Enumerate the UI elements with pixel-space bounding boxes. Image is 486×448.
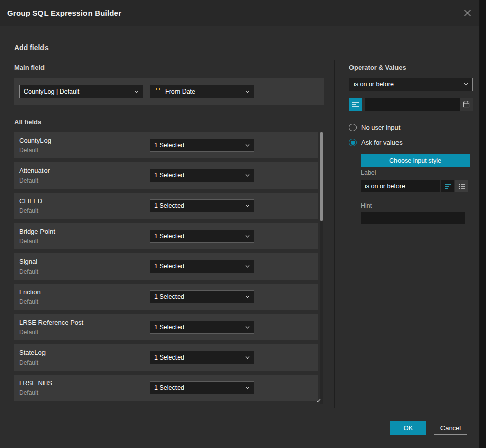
chevron-down-icon [134,90,139,93]
hint-caption: Hint [361,202,372,209]
field-subtitle: Default [19,238,38,245]
hint-input[interactable] [361,212,465,224]
field-row: Signal Default 1 Selected [14,253,318,280]
field-row: CountyLog Default 1 Selected [14,132,318,158]
field-subtitle: Default [19,359,38,366]
chevron-down-icon [245,90,250,93]
chevron-down-icon [245,386,250,389]
field-name: Signal [19,258,37,265]
label-input-row [361,180,468,192]
field-selection-dropdown[interactable]: 1 Selected [150,351,254,364]
list-scrollbar-track[interactable] [320,132,323,404]
field-selection-dropdown[interactable]: 1 Selected [150,139,254,152]
field-subtitle: Default [19,177,38,184]
chevron-down-icon [245,144,250,147]
value-input-group [365,98,473,111]
dialog-footer: OK Cancel [390,421,467,435]
field-subtitle: Default [19,389,38,396]
field-selection-value: 1 Selected [154,142,184,149]
calendar-icon [154,88,162,96]
chevron-down-icon [245,295,250,298]
field-selection-value: 1 Selected [154,354,184,361]
field-row: LRSE NHS Default 1 Selected [14,375,318,401]
input-style-text-button[interactable] [441,180,454,192]
field-name: StateLog [19,349,46,356]
operator-select-value: is on or before [354,81,394,88]
chevron-down-icon [245,174,250,177]
date-field-select[interactable]: From Date [150,85,254,98]
field-subtitle: Default [19,268,38,275]
dialog-header: Group SQL Expression Builder [0,0,486,26]
field-name: CLIFED [19,197,42,205]
field-selection-value: 1 Selected [154,263,184,270]
field-row: Attenuator Default 1 Selected [14,162,318,189]
field-selection-dropdown[interactable]: 1 Selected [150,290,254,303]
chevron-down-icon [245,235,250,238]
close-icon[interactable] [461,7,474,19]
main-field-heading: Main field [14,64,45,71]
label-caption: Label [361,169,376,176]
field-selection-dropdown[interactable]: 1 Selected [150,230,254,243]
layer-select-value: CountyLog | Default [24,88,79,95]
field-name: CountyLog [19,137,51,144]
field-selection-dropdown[interactable]: 1 Selected [150,321,254,334]
field-name: LRSE NHS [19,379,52,387]
field-selection-value: 1 Selected [154,233,184,240]
ok-button[interactable]: OK [390,421,426,435]
field-selection-value: 1 Selected [154,172,184,179]
column-divider [334,60,335,408]
field-row: CLIFED Default 1 Selected [14,193,318,219]
radio-ask-for-values[interactable]: Ask for values [349,139,403,146]
field-row: Bridge Point Default 1 Selected [14,223,318,249]
field-selection-dropdown[interactable]: 1 Selected [150,260,254,273]
choose-input-style-button[interactable]: Choose input style [361,154,470,167]
value-input-row [349,98,473,111]
calendar-icon [463,101,470,108]
dialog-title: Group SQL Expression Builder [7,9,121,17]
operator-values-heading: Operator & Values [349,64,406,71]
all-fields-list: CountyLog Default 1 Selected Attenuator … [14,132,324,408]
field-selection-dropdown[interactable]: 1 Selected [150,199,254,212]
chevron-down-icon [245,204,250,207]
radio-circle-unselected [349,124,357,131]
add-fields-heading: Add fields [14,43,49,52]
value-list-button[interactable] [349,98,362,111]
field-subtitle: Default [19,207,38,214]
field-selection-value: 1 Selected [154,384,184,391]
chevron-down-icon [464,83,468,86]
radio-no-user-input-label: No user input [361,124,400,131]
dialog-scrollbar-gutter[interactable] [479,0,486,448]
operator-select[interactable]: is on or before [349,78,473,91]
field-subtitle: Default [19,329,38,336]
field-subtitle: Default [19,147,38,154]
chevron-down-icon [245,265,250,268]
radio-ask-for-values-label: Ask for values [361,139,403,146]
label-input[interactable] [361,180,440,192]
value-input[interactable] [365,98,460,111]
input-style-list-button[interactable] [455,180,468,192]
field-selection-value: 1 Selected [154,324,184,331]
radio-circle-selected [349,139,357,146]
cancel-button[interactable]: Cancel [434,421,467,435]
field-selection-value: 1 Selected [154,202,184,209]
calendar-button[interactable] [460,98,473,111]
main-field-panel: CountyLog | Default From Date [14,78,324,105]
input-text-style-icon [445,183,452,189]
field-selection-value: 1 Selected [154,293,184,300]
field-name: Bridge Point [19,228,55,235]
field-subtitle: Default [19,298,38,305]
group-sql-expression-builder-dialog: Group SQL Expression Builder Add fields … [0,0,486,448]
field-name: Attenuator [19,167,50,174]
field-name: LRSE Reference Post [19,319,83,326]
date-field-select-value: From Date [165,88,195,95]
field-row: Friction Default 1 Selected [14,284,318,310]
list-scrollbar-thumb[interactable] [320,132,323,221]
chevron-down-icon [245,356,250,359]
radio-no-user-input[interactable]: No user input [349,124,400,131]
layer-select[interactable]: CountyLog | Default [19,85,143,98]
field-selection-dropdown[interactable]: 1 Selected [150,381,254,394]
value-list-icon [352,101,359,107]
field-name: Friction [19,288,41,296]
all-fields-heading: All fields [14,118,41,126]
field-selection-dropdown[interactable]: 1 Selected [150,169,254,182]
